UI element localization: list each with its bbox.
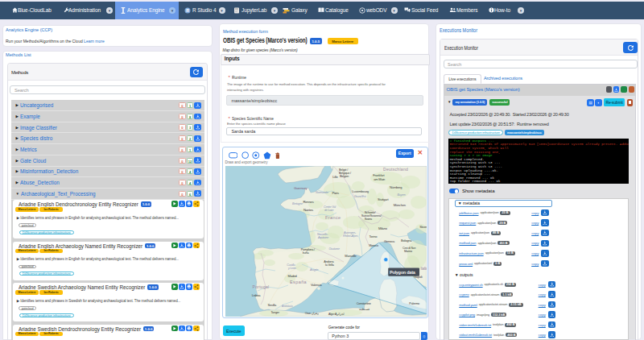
svg-text:de Loire: de Loire xyxy=(324,209,334,212)
svg-text:Lille: Lille xyxy=(332,175,338,179)
svg-text:Marseille: Marseille xyxy=(345,254,357,258)
svg-text:Alger Aلجزائر: Alger Aلجزائر xyxy=(328,313,345,316)
svg-text:la Vella: la Vella xyxy=(325,263,335,267)
svg-text:Rennes: Rennes xyxy=(303,200,313,204)
svg-text:Tanger: Tanger xyxy=(270,311,279,314)
svg-text:Paris: Paris xyxy=(332,191,339,195)
svg-text:y León: y León xyxy=(287,267,296,270)
svg-text:Constantine: Constantine xyxy=(357,302,371,305)
svg-text:Polygon data: Polygon data xyxy=(390,270,416,275)
svg-text:France: France xyxy=(325,215,341,220)
svg-text:Stuttgart: Stuttgart xyxy=(378,197,389,201)
svg-text:Marino: Marino xyxy=(404,250,412,253)
svg-text:Lisboa: Lisboa xyxy=(252,293,262,297)
svg-text:München: München xyxy=(394,203,406,207)
svg-text:am Main: am Main xyxy=(374,177,385,181)
svg-text:Valencia: Valencia xyxy=(311,283,322,287)
svg-text:Oran وهران: Oran وهران xyxy=(305,312,320,315)
svg-text:Sevilla: Sevilla xyxy=(268,303,277,307)
svg-text:Nürnberg: Nürnberg xyxy=(390,185,402,189)
svg-text:Bologna: Bologna xyxy=(401,238,412,243)
svg-text:Iruña: Iruña xyxy=(303,252,310,255)
svg-text:Svizra: Svizra xyxy=(365,218,373,221)
svg-text:Aquitaine: Aquitaine xyxy=(317,236,328,239)
svg-text:Slovenj: Slovenj xyxy=(419,226,427,229)
svg-text:Bretagne: Bretagne xyxy=(292,202,303,205)
svg-text:España: España xyxy=(290,280,308,284)
svg-text:Genova: Genova xyxy=(384,239,395,243)
svg-text:Grand Est: Grand Est xyxy=(354,195,367,198)
svg-text:Milano: Milano xyxy=(378,226,388,230)
svg-text:قسنطينة: قسنطينة xyxy=(359,308,369,311)
svg-text:Madrid: Madrid xyxy=(288,274,297,278)
svg-text:R: R xyxy=(186,8,189,13)
svg-text:Luxembourg: Luxembourg xyxy=(353,189,369,193)
svg-text:Torino: Torino xyxy=(369,234,378,238)
svg-text:Bayern: Bayern xyxy=(397,193,405,197)
svg-text:Rhône-Alpes: Rhône-Alpes xyxy=(343,234,358,238)
svg-text:Occitanie: Occitanie xyxy=(329,247,340,251)
svg-text:Guernsey: Guernsey xyxy=(294,186,308,190)
svg-text:Nantes: Nantes xyxy=(303,208,313,212)
svg-text:Andalucía: Andalucía xyxy=(281,305,293,308)
svg-text:Aragón: Aragón xyxy=(309,268,319,272)
svg-text:Portugal: Portugal xyxy=(253,284,270,289)
svg-text:Palermo: Palermo xyxy=(409,302,419,305)
svg-text:Monaco: Monaco xyxy=(369,244,378,247)
svg-text:Normandie: Normandie xyxy=(316,191,328,194)
svg-text:Deutschland: Deutschland xyxy=(383,167,408,172)
svg-text:Belgien: Belgien xyxy=(340,175,349,178)
svg-text:Italia: Italia xyxy=(421,267,427,271)
